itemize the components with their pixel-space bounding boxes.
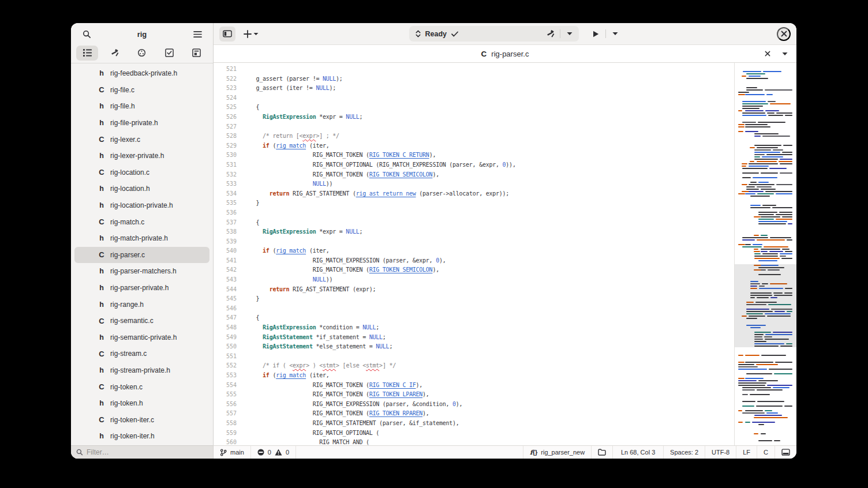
sidebar-item-rig-location-private.h[interactable]: hrig-location-private.h	[74, 197, 209, 214]
sidebar-item-rig-lexer.c[interactable]: Crig-lexer.c	[74, 131, 209, 148]
sidebar-item-rig-parser-matchers.h[interactable]: hrig-parser-matchers.h	[74, 263, 209, 280]
code-view[interactable]: 521522 g_assert (parser != NULL);523 g_a…	[214, 63, 734, 445]
code-line-558[interactable]: 558 RIG_MATCH_STATEMENT (parser, &if_sta…	[214, 419, 734, 429]
run-button[interactable]	[588, 27, 604, 42]
sidebar-item-rig-token-iter.c[interactable]: Crig-token-iter.c	[74, 411, 209, 428]
code-line-538[interactable]: 538 RigAstExpression *expr = NULL;	[214, 227, 734, 237]
build-options-button[interactable]	[562, 27, 578, 42]
code-line-548[interactable]: 548 RigAstExpression *condition = NULL;	[214, 323, 734, 333]
sidebar-item-rig-file.h[interactable]: hrig-file.h	[74, 98, 209, 115]
code-line-552[interactable]: 552 /* if ( <expr> ) <stmt> [else <stmt>…	[214, 361, 734, 371]
sidebar-item-rig-location.h[interactable]: hrig-location.h	[74, 181, 209, 197]
code-line-547[interactable]: 547 {	[214, 313, 734, 323]
sidebar-item-rig-token.c[interactable]: Crig-token.c	[74, 378, 209, 395]
sidebar-item-rig-feedback-private.h[interactable]: hrig-feedback-private.h	[74, 65, 209, 82]
sidebar-item-rig-location.c[interactable]: Crig-location.c	[74, 164, 209, 181]
filter-input[interactable]	[87, 448, 208, 456]
code-line-523[interactable]: 523 g_assert (iter != NULL);	[214, 84, 734, 93]
diagnostics-button[interactable]: 0 0	[251, 446, 296, 459]
sidebar-item-rig-match-private.h[interactable]: hrig-match-private.h	[74, 230, 209, 247]
code-line-559[interactable]: 559 RIG_MATCH_OPTIONAL (	[214, 429, 734, 438]
search-button[interactable]	[78, 27, 95, 42]
code-line-527[interactable]: 527	[214, 122, 734, 132]
panel-bottom-icon	[781, 449, 790, 456]
sidebar-item-rig-range.h[interactable]: hrig-range.h	[74, 296, 209, 313]
close-tab-button[interactable]	[762, 46, 773, 61]
minimap-viewport[interactable]	[735, 264, 796, 347]
code-line-524[interactable]: 524	[214, 93, 734, 103]
sidebar-toggle-button[interactable]	[219, 27, 235, 42]
minimap-bar	[745, 378, 764, 379]
sidebar-item-rig-stream-private.h[interactable]: hrig-stream-private.h	[74, 362, 209, 379]
code-line-530[interactable]: 530 RIG_MATCH_TOKEN (RIG_TOKEN_C_RETURN)…	[214, 151, 734, 160]
window-close-button[interactable]	[777, 27, 791, 41]
minimap-bar	[761, 251, 768, 252]
cursor-position-button[interactable]: Ln 68, Col 3	[612, 446, 663, 459]
minimap[interactable]	[734, 63, 796, 445]
sidebar-item-rig-token.h[interactable]: hrig-token.h	[74, 395, 209, 412]
code-line-554[interactable]: 554 RIG_MATCH_TOKEN (RIG_TOKEN_C_IF),	[214, 381, 734, 391]
sidebar-item-rig-stream.c[interactable]: Crig-stream.c	[74, 346, 209, 362]
tab-tests[interactable]	[158, 46, 180, 61]
code-line-534[interactable]: 534 return RIG_AST_STATEMENT (rig_ast_re…	[214, 189, 734, 199]
code-line-553[interactable]: 553 if (rig_match (iter,	[214, 371, 734, 381]
code-line-535[interactable]: 535 }	[214, 198, 734, 208]
code-line-537[interactable]: 537 {	[214, 218, 734, 228]
code-line-521[interactable]: 521	[214, 65, 734, 74]
code-line-526[interactable]: 526 RigAstExpression *expr = NULL;	[214, 112, 734, 122]
code-line-560[interactable]: 560 RIG_MATCH_AND (	[214, 438, 734, 445]
code-line-528[interactable]: 528 /* return [<expr>] ; */	[214, 132, 734, 141]
omnibar[interactable]: Ready	[409, 26, 579, 42]
code-line-522[interactable]: 522 g_assert (parser != NULL);	[214, 74, 734, 84]
run-options-button[interactable]	[607, 27, 623, 42]
sidebar-item-rig-match.c[interactable]: Crig-match.c	[74, 213, 209, 230]
code-line-546[interactable]: 546	[214, 304, 734, 314]
sidebar-item-rig-lexer-private.h[interactable]: hrig-lexer-private.h	[74, 148, 209, 164]
tab-project-files[interactable]	[76, 46, 98, 61]
code-line-540[interactable]: 540 if (rig_match (iter,	[214, 246, 734, 256]
code-line-556[interactable]: 556 RIG_MATCH_EXPRESSION (parser, &condi…	[214, 400, 734, 410]
code-line-529[interactable]: 529 if (rig_match (iter,	[214, 141, 734, 151]
code-line-531[interactable]: 531 RIG_MATCH_OPTIONAL (RIG_MATCH_EXPRES…	[214, 160, 734, 170]
language-button[interactable]: C	[757, 446, 775, 459]
tab-build[interactable]	[104, 46, 126, 61]
new-tab-button[interactable]	[241, 27, 261, 42]
code-line-545[interactable]: 545 }	[214, 294, 734, 304]
bottom-panel-toggle-button[interactable]	[775, 446, 796, 459]
code-line-533[interactable]: 533 NULL))	[214, 179, 734, 189]
line-ending-button[interactable]: LF	[736, 446, 757, 459]
sidebar-item-rig-parser.c[interactable]: Crig-parser.c	[74, 247, 209, 264]
code-line-550[interactable]: 550 RigAstStatement *else_statement = NU…	[214, 342, 734, 352]
code-line-532[interactable]: 532 RIG_MATCH_TOKEN (RIG_TOKEN_SEMICOLON…	[214, 170, 734, 180]
sidebar-item-rig-file.c[interactable]: Crig-file.c	[74, 82, 209, 99]
code-line-539[interactable]: 539	[214, 237, 734, 247]
sidebar-item-rig-semantic.c[interactable]: Crig-semantic.c	[74, 313, 209, 329]
code-line-555[interactable]: 555 RIG_MATCH_TOKEN (RIG_TOKEN_LPAREN),	[214, 390, 734, 400]
minimap-bar	[776, 184, 792, 185]
sidebar-item-rig-semantic-private.h[interactable]: hrig-semantic-private.h	[74, 329, 209, 346]
code-line-525[interactable]: 525 {	[214, 103, 734, 112]
tab-list-dropdown-button[interactable]	[779, 46, 791, 61]
git-branch-button[interactable]: main	[214, 446, 251, 459]
sidebar-item-rig-token-iter.h[interactable]: hrig-token-iter.h	[74, 428, 209, 445]
code-line-542[interactable]: 542 RIG_MATCH_TOKEN (RIG_TOKEN_SEMICOLON…	[214, 265, 734, 275]
tab-output-log[interactable]	[186, 46, 208, 61]
current-symbol-button[interactable]: f{} rig_parser_new	[523, 446, 591, 459]
tab-diagnostics[interactable]	[131, 46, 153, 61]
encoding-button[interactable]: UTF-8	[705, 446, 736, 459]
indentation-button[interactable]: Spaces: 2	[663, 446, 705, 459]
project-folder-button[interactable]	[591, 446, 612, 459]
build-button[interactable]	[542, 27, 559, 42]
sidebar-item-rig-file-private.h[interactable]: hrig-file-private.h	[74, 115, 209, 132]
code-line-541[interactable]: 541 RIG_MATCH_EXPRESSION (parser, &expr,…	[214, 256, 734, 266]
code-line-544[interactable]: 544 return RIG_AST_STATEMENT (expr);	[214, 285, 734, 295]
code-line-536[interactable]: 536	[214, 208, 734, 218]
minimap-bar	[745, 110, 764, 111]
code-line-543[interactable]: 543 NULL))	[214, 275, 734, 285]
code-line-557[interactable]: 557 RIG_MATCH_TOKEN (RIG_TOKEN_RPAREN),	[214, 409, 734, 419]
sidebar-item-rig-parser-private.h[interactable]: hrig-parser-private.h	[74, 280, 209, 296]
code-line-551[interactable]: 551	[214, 352, 734, 362]
tab-rig-parser[interactable]: C rig-parser.c	[481, 50, 529, 58]
menu-button[interactable]	[189, 27, 205, 42]
code-line-549[interactable]: 549 RigAstStatement *if_statement = NULL…	[214, 333, 734, 343]
